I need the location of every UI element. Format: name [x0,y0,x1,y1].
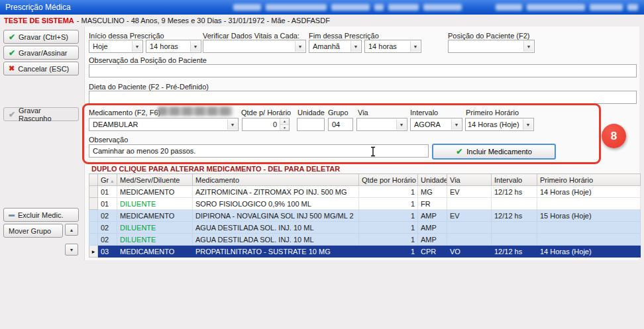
vitais-select[interactable]: ▼ [203,40,306,53]
table-row[interactable]: 02DILUENTEAGUA DESTILADA SOL. INJ. 10 ML… [89,234,641,246]
incluir-medicamento-button[interactable]: ✔ Incluir Medicamento [432,144,556,160]
dieta-input[interactable] [89,91,637,104]
med-table-head-row: Gr▴Med/Serv/DiluenteMedicamentoQtde por … [89,174,641,186]
cell-medicamento[interactable]: AGUA DESTILADA SOL. INJ. 10 ML [193,222,359,234]
column-header-primeiro-hor-rio[interactable]: Primeiro Horário [537,174,641,186]
row-indicator: ▸ [89,246,98,258]
sidebar: ✔ Gravar (Ctrl+S) ✔ Gravar/Assinar ✖ Can… [0,26,84,329]
spin-up-icon[interactable]: ▲ [280,118,289,124]
cell-qtde[interactable]: 1 [359,234,418,246]
via-select[interactable]: ▼ [356,118,407,131]
medicamento-label: Medicamento (F2, F6) [89,109,160,117]
cell-tipo[interactable]: MEDICAMENTO [117,210,193,222]
cell-qtde[interactable]: 1 [359,198,418,210]
gravar-button[interactable]: ✔ Gravar (Ctrl+S) [3,30,79,44]
table-row[interactable]: 02DILUENTEAGUA DESTILADA SOL. INJ. 10 ML… [89,222,641,234]
cell-medicamento[interactable]: AGUA DESTILADA SOL. INJ. 10 ML [193,234,359,246]
column-header-qtde-por-hor-rio[interactable]: Qtde por Horário [359,174,418,186]
cell-primeiro-horario[interactable] [537,222,641,234]
cell-qtde[interactable]: 1 [359,222,418,234]
cell-via[interactable]: EV [447,186,492,198]
medicamento-select[interactable]: DEAMBULAR ▼ [89,118,239,131]
gravar-rascunho-button[interactable]: ✔ Gravar Rascunho [3,107,79,121]
cancelar-button[interactable]: ✖ Cancelar (ESC) [3,62,79,75]
table-row[interactable]: 01DILUENTESORO FISIOLOGICO 0,9% 100 ML1F… [89,198,641,210]
observacao-label: Observação [89,136,128,144]
fim-time-select[interactable]: 14 horas ▼ [364,40,421,53]
cell-intervalo[interactable]: 12/12 hs [492,210,537,222]
cell-via[interactable] [447,198,492,210]
cell-qtde[interactable]: 1 [359,246,418,258]
spin-down-icon[interactable]: ▼ [280,124,289,131]
table-row[interactable]: ▸03MEDICAMENTOPROPATILNITRATO - SUSTRATE… [89,246,641,258]
cell-unidade[interactable]: AMP [418,222,447,234]
column-header-via[interactable]: Via [447,174,492,186]
cell-primeiro-horario[interactable] [537,234,641,246]
cell-tipo[interactable]: DILUENTE [117,234,193,246]
cell-gr[interactable]: 02 [98,210,117,222]
cell-tipo[interactable]: DILUENTE [117,222,193,234]
cell-gr[interactable]: 02 [98,234,117,246]
cell-via[interactable]: VO [447,246,492,258]
patient-details: - MASCULINO - 48 Anos, 9 Meses e 30 Dias… [77,17,330,24]
quantity-stepper[interactable]: 0 ▲ ▼ [242,118,290,131]
posicao-select[interactable]: ▼ [448,40,535,53]
cell-via[interactable] [447,222,492,234]
cell-intervalo[interactable]: 12/12 hs [492,186,537,198]
cell-unidade[interactable]: AMP [418,210,447,222]
cell-tipo[interactable]: MEDICAMENTO [117,246,193,258]
row-indicator [89,234,98,246]
cell-primeiro-horario[interactable]: 15 Horas (Hoje) [537,210,641,222]
cell-gr[interactable]: 02 [98,222,117,234]
move-down-button[interactable]: ▼ [65,244,78,256]
cell-qtde[interactable]: 1 [359,210,418,222]
column-header-intervalo[interactable]: Intervalo [492,174,537,186]
cell-primeiro-horario[interactable] [537,198,641,210]
fim-day-select[interactable]: Amanhã ▼ [309,40,362,53]
cell-tipo[interactable]: DILUENTE [117,198,193,210]
cell-intervalo[interactable] [492,198,537,210]
move-up-button[interactable]: ▲ [65,224,78,236]
column-header-unidade[interactable]: Unidade [418,174,447,186]
cell-medicamento[interactable]: DIPIRONA - NOVALGINA SOL INJ 500 MG/ML 2 [193,210,359,222]
cell-via[interactable] [447,234,492,246]
cell-via[interactable]: EV [447,210,492,222]
cell-primeiro-horario[interactable]: 14 Horas (Hoje) [537,186,641,198]
cell-unidade[interactable]: CPR [418,246,447,258]
unidade-input[interactable] [297,118,325,131]
mover-grupo-button[interactable]: Mover Grupo [3,224,63,238]
cell-medicamento[interactable]: PROPATILNITRATO - SUSTRATE 10 MG [193,246,359,258]
cell-unidade[interactable]: MG [418,186,447,198]
cell-intervalo[interactable] [492,222,537,234]
grupo-input[interactable] [328,118,353,131]
inicio-time-select[interactable]: 14 horas ▼ [146,40,201,53]
table-row[interactable]: 02MEDICAMENTODIPIRONA - NOVALGINA SOL IN… [89,210,641,222]
excluir-medic-button[interactable]: ▬ Excluir Medic. [3,208,79,222]
gravar-assinar-button[interactable]: ✔ Gravar/Assinar [3,46,79,60]
cell-gr[interactable]: 01 [98,186,117,198]
obs-posicao-input[interactable] [89,64,637,77]
inicio-day-select[interactable]: Hoje ▼ [89,40,143,53]
cell-intervalo[interactable] [492,234,537,246]
cell-medicamento[interactable]: SORO FISIOLOGICO 0,9% 100 ML [193,198,359,210]
cell-gr[interactable]: 03 [98,246,117,258]
intervalo-select[interactable]: AGORA ▼ [410,118,462,131]
column-header-gr[interactable]: Gr▴ [98,174,117,186]
column-header-med-serv-diluente[interactable]: Med/Serv/Diluente [117,174,193,186]
cell-unidade[interactable]: AMP [418,234,447,246]
close-icon: ✖ [9,65,15,72]
observacao-input[interactable] [89,144,429,158]
cell-gr[interactable]: 01 [98,198,117,210]
vitais-label: Verificar Dados Vitais a Cada: [203,32,299,40]
cell-tipo[interactable]: MEDICAMENTO [117,186,193,198]
chevron-down-icon: ▼ [523,41,533,52]
cell-medicamento[interactable]: AZITROMICINA - ZITROMAX PO INJ. 500 MG [193,186,359,198]
column-header-medicamento[interactable]: Medicamento [193,174,359,186]
cell-qtde[interactable]: 1 [359,186,418,198]
cell-intervalo[interactable]: 12/12 hs [492,246,537,258]
cell-unidade[interactable]: FR [418,198,447,210]
primeiro-horario-select[interactable]: 14 Horas (Hoje) ▼ [465,118,534,131]
cell-primeiro-horario[interactable]: 14 Horas (Hoje) [537,246,641,258]
posicao-label: Posição do Paciente (F2) [448,32,530,40]
table-row[interactable]: 01MEDICAMENTOAZITROMICINA - ZITROMAX PO … [89,186,641,198]
